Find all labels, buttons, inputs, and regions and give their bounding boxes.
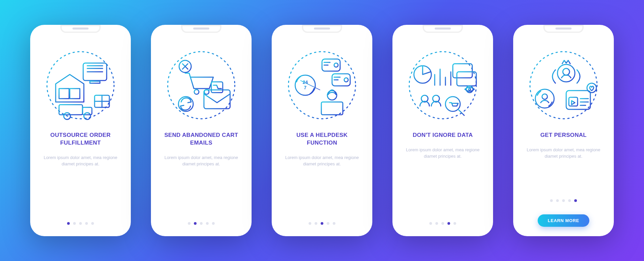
svg-point-32	[469, 88, 471, 90]
screen-description: Lorem ipsum dolor amet, mea regione diam…	[44, 154, 117, 167]
onboarding-screen-2: SEND ABANDONED CART EMAILS Lorem ipsum d…	[151, 25, 252, 236]
pagination-dot[interactable]	[550, 199, 553, 202]
pagination-dots	[513, 199, 614, 202]
screen-content: OUTSOURCE ORDER FULFILLMENT Lorem ipsum …	[30, 25, 131, 236]
pagination-dots	[67, 222, 94, 225]
svg-rect-2	[70, 89, 80, 99]
pagination-dot[interactable]	[447, 222, 450, 225]
pagination-dot[interactable]	[91, 222, 94, 225]
pagination-dot[interactable]	[85, 222, 88, 225]
svg-rect-1	[59, 89, 69, 99]
svg-point-0	[47, 52, 114, 119]
svg-point-8	[84, 113, 91, 119]
pagination-dot[interactable]	[562, 199, 565, 202]
screen-title: GET PERSONAL	[540, 132, 587, 139]
screen-description: Lorem ipsum dolor amet, mea regione diam…	[285, 154, 359, 167]
svg-point-14	[178, 97, 193, 111]
svg-text:24: 24	[303, 80, 308, 85]
pagination-dot[interactable]	[429, 222, 432, 225]
svg-point-24	[344, 78, 348, 82]
svg-rect-41	[566, 91, 590, 109]
svg-rect-6	[83, 107, 92, 115]
analytics-data-icon	[402, 45, 483, 125]
svg-point-38	[563, 68, 570, 75]
svg-point-11	[194, 90, 199, 94]
pagination-dot[interactable]	[73, 222, 76, 225]
screen-title: OUTSOURCE ORDER FULFILLMENT	[42, 132, 119, 147]
screen-title: SEND ABANDONED CART EMAILS	[163, 132, 240, 147]
pagination-dot[interactable]	[327, 222, 329, 225]
pagination-dot[interactable]	[453, 222, 456, 225]
pagination-dot[interactable]	[309, 222, 311, 225]
pagination-dot[interactable]	[206, 222, 209, 225]
svg-point-40	[542, 94, 547, 99]
svg-rect-30	[457, 72, 476, 86]
pagination-dot[interactable]	[194, 222, 197, 225]
pagination-dots	[429, 222, 456, 225]
onboarding-screen-5: GET PERSONAL Lorem ipsum dolor amet, mea…	[513, 25, 614, 236]
pagination-dot[interactable]	[574, 199, 577, 202]
warehouse-delivery-icon	[40, 45, 121, 125]
svg-point-22	[334, 63, 338, 67]
screen-content: SEND ABANDONED CART EMAILS Lorem ipsum d…	[151, 25, 252, 236]
svg-point-37	[557, 64, 575, 82]
pagination-dot[interactable]	[556, 199, 559, 202]
pagination-dot[interactable]	[441, 222, 444, 225]
pagination-dot[interactable]	[315, 222, 317, 225]
svg-rect-4	[90, 81, 100, 83]
screen-description: Lorem ipsum dolor amet, mea regione diam…	[527, 147, 600, 160]
svg-rect-29	[453, 64, 472, 78]
cart-email-icon	[161, 45, 241, 125]
helpdesk-icon: 24 7	[282, 45, 362, 125]
onboarding-screen-4: DON'T IGNORE DATA Lorem ipsum dolor amet…	[392, 25, 493, 236]
screen-content: GET PERSONAL Lorem ipsum dolor amet, mea…	[513, 25, 614, 236]
svg-text:7: 7	[304, 85, 307, 90]
personalization-icon	[523, 45, 604, 125]
screen-title: DON'T IGNORE DATA	[413, 132, 473, 139]
screen-description: Lorem ipsum dolor amet, mea regione diam…	[164, 154, 238, 167]
pagination-dots	[188, 222, 215, 225]
svg-point-43	[587, 83, 596, 93]
pagination-dot[interactable]	[79, 222, 82, 225]
onboarding-screen-3: 24 7 USE A HELPDESK FUNCTION Lorem ipsum	[272, 25, 372, 236]
screen-content: DON'T IGNORE DATA Lorem ipsum dolor amet…	[392, 25, 493, 236]
onboarding-screen-1: OUTSOURCE ORDER FULFILLMENT Lorem ipsum …	[30, 25, 131, 236]
pagination-dot[interactable]	[333, 222, 335, 225]
pagination-dot[interactable]	[321, 222, 323, 225]
svg-rect-26	[321, 102, 343, 115]
pagination-dot[interactable]	[568, 199, 571, 202]
pagination-dots	[309, 222, 335, 225]
screen-description: Lorem ipsum dolor amet, mea regione diam…	[406, 147, 480, 160]
pagination-dot[interactable]	[200, 222, 203, 225]
pagination-dot[interactable]	[212, 222, 215, 225]
pagination-dot[interactable]	[67, 222, 70, 225]
screen-content: 24 7 USE A HELPDESK FUNCTION Lorem ipsum	[272, 25, 372, 236]
svg-point-39	[535, 89, 554, 108]
screen-title: USE A HELPDESK FUNCTION	[283, 132, 361, 147]
learn-more-button[interactable]: LEARN MORE	[538, 214, 589, 227]
pagination-dot[interactable]	[188, 222, 191, 225]
pagination-dot[interactable]	[435, 222, 438, 225]
